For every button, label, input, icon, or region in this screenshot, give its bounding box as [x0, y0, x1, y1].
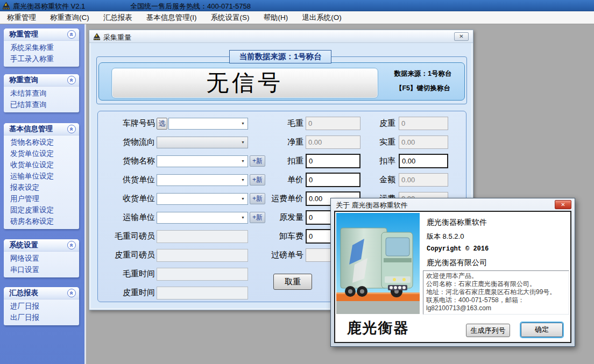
field-label: 过磅单号 [258, 250, 303, 260]
about-info-line: lg82100713@163.com [426, 304, 566, 312]
form-column-right: 皮重实重扣率金额运费 [360, 114, 449, 208]
form-row: 车牌号码选▼ [101, 114, 271, 133]
chevron-up-icon[interactable]: « [67, 241, 76, 249]
source-info: 数据来源：1号称台 【F5】键切换称台 [383, 69, 463, 98]
value-input[interactable] [306, 173, 360, 187]
plate-select-button[interactable]: 选 [157, 118, 167, 130]
capture-window-titlebar[interactable]: 采集重量 ✕ [89, 30, 473, 43]
sidebar-section-header[interactable]: 汇总报表« [4, 287, 79, 299]
truck-image-caption: 鹿光衡器 [336, 314, 420, 341]
readonly-text-field [157, 249, 248, 262]
menu-item-5[interactable]: 系统设置(S) [204, 11, 257, 24]
take-weight-button[interactable]: 取重 [273, 274, 312, 290]
sidebar-section-title: 系统设置 [9, 240, 38, 250]
about-info-box: 欢迎使用本产品。公司名称：石家庄鹿光衡器有限公司。地址：河北省石家庄鹿泉区石柏北… [423, 270, 569, 315]
sidebar-item-3-4[interactable]: 运输单位设定 [4, 170, 79, 182]
field-label: 毛重时间 [101, 269, 155, 279]
chevron-up-icon[interactable]: « [67, 76, 76, 84]
menu-item-7[interactable]: 退出系统(O) [295, 11, 349, 24]
form-row: 皮重司磅员 [101, 246, 271, 265]
source-info-line1: 数据来源：1号称台 [383, 69, 463, 78]
field-label: 毛重 [258, 118, 303, 129]
combobox[interactable]: ▼ [157, 155, 248, 167]
sidebar-item-5-1[interactable]: 进厂日报 [4, 301, 79, 312]
about-dialog-titlebar[interactable]: 关于 鹿光衡器称重软件 ✕ [331, 198, 575, 211]
chevron-up-icon[interactable]: « [67, 30, 76, 39]
menu-item-2[interactable]: 称重查询(C) [43, 11, 96, 24]
form-row: 毛重 [258, 114, 362, 133]
form-column-left: 车牌号码选▼货物流向▼货物名称▼+新供货单位▼+新收货单位▼+新运输单位▼+新毛… [101, 114, 271, 302]
sidebar-item-1-1[interactable]: 系统采集称重 [4, 42, 79, 53]
sidebar-item-3-8[interactable]: 磅房名称设定 [4, 216, 79, 227]
generate-serial-button[interactable]: 生成序列号 [466, 324, 510, 337]
capture-window-close-icon[interactable]: ✕ [454, 32, 469, 41]
about-dialog-content: 鹿光衡器 鹿光衡器称重软件 版本 8.5.2.0 Copyright © 201… [334, 211, 571, 343]
readonly-text-field [157, 268, 248, 281]
hotline-text: 全国统一售后服务热线：400-071-5758 [130, 2, 251, 11]
sidebar-item-2-1[interactable]: 未结算查询 [4, 88, 79, 99]
sidebar-item-3-2[interactable]: 发货单位设定 [4, 148, 79, 159]
chevron-glyph: « [68, 33, 75, 37]
combobox[interactable]: ▼ [157, 193, 248, 205]
field-label: 单价 [258, 175, 303, 185]
field-label: 皮重 [360, 118, 395, 129]
sidebar-section-items: 货物名称设定发货单位设定收货单位设定运输单位设定报表设定用户管理固定皮重设定磅房… [4, 135, 79, 229]
form-row: 货物名称▼+新 [101, 152, 271, 170]
sidebar-section-3: 基本信息管理«货物名称设定发货单位设定收货单位设定运输单位设定报表设定用户管理固… [4, 123, 79, 229]
chevron-down-icon: ▼ [239, 194, 247, 204]
sidebar-item-4-1[interactable]: 网络设置 [4, 253, 79, 264]
form-row: 货物流向▼ [101, 133, 271, 152]
about-copyright: Copyright © 2016 [427, 245, 489, 253]
window-logo-icon [93, 33, 101, 40]
form-row: 实重 [360, 133, 449, 152]
about-version: 版本 8.5.2.0 [427, 232, 464, 241]
chevron-up-icon[interactable]: « [67, 125, 76, 133]
sidebar-item-4-2[interactable]: 串口设置 [4, 264, 79, 275]
sidebar-section-header[interactable]: 基本信息管理« [4, 123, 79, 135]
field-label: 皮重时间 [101, 288, 155, 298]
sidebar-section-items: 未结算查询已结算查询 [4, 87, 79, 112]
chevron-up-icon[interactable]: « [67, 289, 76, 297]
menu-item-4[interactable]: 基本信息管理(I) [139, 11, 204, 24]
sidebar-section-title: 称重查询 [9, 75, 38, 85]
sidebar-item-5-2[interactable]: 出厂日报 [4, 312, 79, 323]
combobox[interactable]: ▼ [157, 212, 248, 224]
app-titlebar: 鹿光衡器称重软件 V2.1 全国统一售后服务热线：400-071-5758 [0, 0, 594, 11]
sidebar-item-2-2[interactable]: 已结算查询 [4, 99, 79, 110]
value-input[interactable] [306, 154, 360, 168]
sidebar-item-3-1[interactable]: 货物名称设定 [4, 137, 79, 148]
sidebar-section-5: 汇总报表«进厂日报出厂日报 [4, 287, 79, 325]
menu-item-1[interactable]: 称重管理 [0, 11, 43, 24]
capture-window-title: 采集重量 [103, 33, 131, 42]
signal-panel: 无信号 数据来源：1号称台 【F5】键切换称台 [98, 62, 465, 101]
plate-combobox[interactable]: ▼ [168, 118, 248, 130]
current-source-label: 当前数据来源：1号称台 [229, 50, 331, 63]
sidebar-item-1-2[interactable]: 手工录入称重 [4, 53, 79, 65]
sidebar-item-3-3[interactable]: 收货单位设定 [4, 159, 79, 170]
mdi-workspace: 采集重量 ✕ 当前数据来源：1号称台 无信号 数据来源：1号称台 【F5】键切换… [86, 24, 594, 364]
sidebar-section-header[interactable]: 称重管理« [4, 28, 79, 41]
readonly-value-field [306, 135, 360, 149]
about-dialog-close-icon[interactable]: ✕ [555, 200, 571, 209]
value-input[interactable] [399, 154, 448, 168]
menu-item-3[interactable]: 汇总报表 [96, 11, 139, 24]
sidebar-section-header[interactable]: 称重查询« [4, 74, 79, 87]
flow-combobox[interactable]: ▼ [157, 137, 248, 148]
sidebar-item-3-5[interactable]: 报表设定 [4, 182, 79, 193]
form-row: 金额 [360, 170, 449, 189]
truck-image [336, 213, 420, 314]
about-info-line: 地址：河北省石家庄鹿泉区石柏北大街99号。 [426, 288, 566, 296]
field-label: 运费单价 [258, 194, 303, 204]
ok-button[interactable]: 确定 [521, 323, 563, 337]
sidebar-item-3-7[interactable]: 固定皮重设定 [4, 204, 79, 216]
source-info-line2: 【F5】键切换称台 [383, 84, 463, 93]
field-label: 收货单位 [101, 194, 155, 204]
form-row: 皮重 [360, 114, 449, 133]
combobox[interactable]: ▼ [157, 174, 248, 186]
menu-item-6[interactable]: 帮助(H) [257, 11, 295, 24]
sidebar-section-header[interactable]: 系统设置« [4, 239, 79, 252]
app-logo-icon [2, 2, 10, 10]
form-row: 供货单位▼+新 [101, 170, 271, 189]
sidebar-item-3-6[interactable]: 用户管理 [4, 193, 79, 204]
form-row: 单价 [258, 170, 362, 189]
